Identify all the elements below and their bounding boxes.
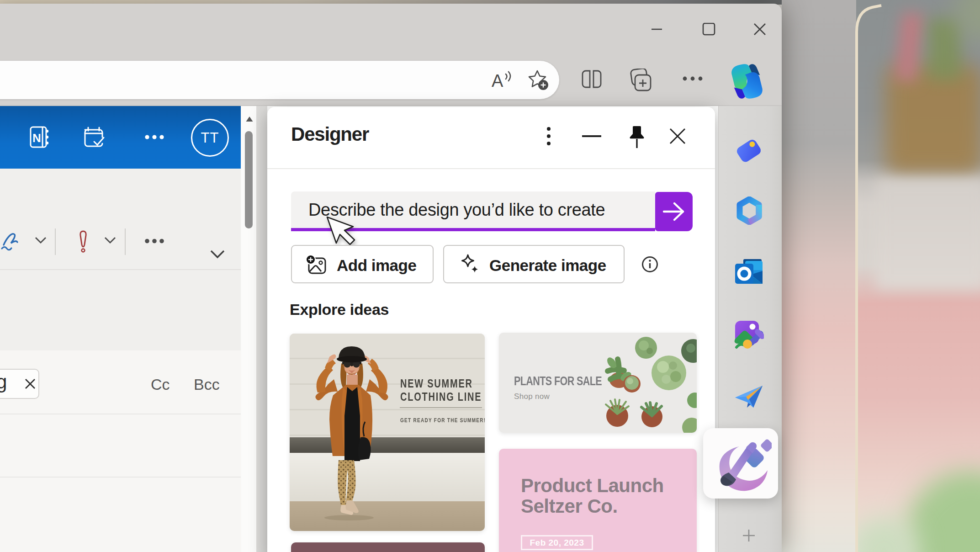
- svg-text:N: N: [32, 131, 41, 145]
- svg-text:A: A: [492, 71, 503, 90]
